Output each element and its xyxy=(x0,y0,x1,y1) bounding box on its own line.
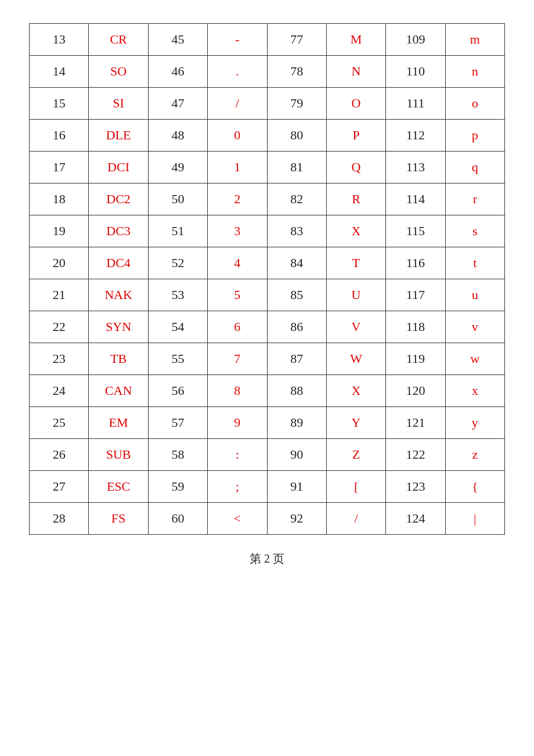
cell-9-2: 54 xyxy=(148,311,207,343)
table-row: 15SI47/79O111o xyxy=(30,88,505,120)
cell-3-5: P xyxy=(326,120,385,152)
cell-13-5: Z xyxy=(326,439,385,471)
cell-5-0: 18 xyxy=(30,183,89,215)
table-row: 25EM57989Y121y xyxy=(30,407,505,439)
table-row: 28FS60<92/124| xyxy=(30,503,505,535)
cell-7-7: t xyxy=(445,247,504,279)
cell-13-4: 90 xyxy=(267,439,326,471)
cell-2-2: 47 xyxy=(148,88,207,120)
cell-7-1: DC4 xyxy=(89,247,148,279)
cell-9-0: 22 xyxy=(30,311,89,343)
cell-11-4: 88 xyxy=(267,375,326,407)
cell-4-3: 1 xyxy=(208,152,267,183)
page-number: 第 2 页 xyxy=(250,552,284,565)
table-row: 22SYN54686V118v xyxy=(30,311,505,343)
cell-8-4: 85 xyxy=(267,279,326,311)
cell-12-2: 57 xyxy=(148,407,207,439)
cell-15-5: / xyxy=(326,503,385,535)
cell-10-1: TB xyxy=(89,343,148,375)
cell-4-0: 17 xyxy=(30,152,89,183)
cell-11-5: X xyxy=(326,375,385,407)
cell-1-4: 78 xyxy=(267,56,326,88)
cell-6-2: 51 xyxy=(148,215,207,247)
cell-3-3: 0 xyxy=(208,120,267,152)
cell-2-6: 111 xyxy=(386,88,445,120)
cell-7-6: 116 xyxy=(386,247,445,279)
cell-7-4: 84 xyxy=(267,247,326,279)
cell-9-3: 6 xyxy=(208,311,267,343)
cell-1-5: N xyxy=(326,56,385,88)
cell-3-0: 16 xyxy=(30,120,89,152)
cell-9-6: 118 xyxy=(386,311,445,343)
cell-5-4: 82 xyxy=(267,183,326,215)
cell-1-2: 46 xyxy=(148,56,207,88)
cell-14-7: { xyxy=(445,471,504,503)
cell-9-1: SYN xyxy=(89,311,148,343)
cell-10-5: W xyxy=(326,343,385,375)
cell-14-6: 123 xyxy=(386,471,445,503)
cell-2-3: / xyxy=(208,88,267,120)
cell-8-5: U xyxy=(326,279,385,311)
cell-5-2: 50 xyxy=(148,183,207,215)
table-row: 13CR45-77M109m xyxy=(30,24,505,56)
cell-10-3: 7 xyxy=(208,343,267,375)
cell-1-6: 110 xyxy=(386,56,445,88)
cell-0-1: CR xyxy=(89,24,148,56)
table-row: 27ESC59;91[123{ xyxy=(30,471,505,503)
cell-6-7: s xyxy=(445,215,504,247)
cell-13-6: 122 xyxy=(386,439,445,471)
table-row: 14SO46.78N110n xyxy=(30,56,505,88)
cell-4-7: q xyxy=(445,152,504,183)
cell-3-2: 48 xyxy=(148,120,207,152)
table-row: 18DC250282R114r xyxy=(30,183,505,215)
cell-6-4: 83 xyxy=(267,215,326,247)
cell-9-7: v xyxy=(445,311,504,343)
cell-15-3: < xyxy=(208,503,267,535)
cell-14-3: ; xyxy=(208,471,267,503)
cell-9-5: V xyxy=(326,311,385,343)
page-footer: 第 2 页 xyxy=(250,551,284,567)
cell-8-7: u xyxy=(445,279,504,311)
cell-0-0: 13 xyxy=(30,24,89,56)
cell-7-2: 52 xyxy=(148,247,207,279)
table-row: 21NAK53585U117u xyxy=(30,279,505,311)
cell-2-5: O xyxy=(326,88,385,120)
cell-6-5: X xyxy=(326,215,385,247)
cell-15-7: | xyxy=(445,503,504,535)
ascii-table: 13CR45-77M109m14SO46.78N110n15SI47/79O11… xyxy=(29,23,505,535)
table-row: 26SUB58:90Z122z xyxy=(30,439,505,471)
cell-7-5: T xyxy=(326,247,385,279)
cell-3-6: 112 xyxy=(386,120,445,152)
cell-13-0: 26 xyxy=(30,439,89,471)
main-table-wrapper: 13CR45-77M109m14SO46.78N110n15SI47/79O11… xyxy=(29,23,505,535)
cell-10-0: 23 xyxy=(30,343,89,375)
cell-4-1: DCI xyxy=(89,152,148,183)
cell-8-0: 21 xyxy=(30,279,89,311)
cell-4-2: 49 xyxy=(148,152,207,183)
cell-8-1: NAK xyxy=(89,279,148,311)
table-row: 23TB55787W119w xyxy=(30,343,505,375)
cell-5-5: R xyxy=(326,183,385,215)
cell-8-3: 5 xyxy=(208,279,267,311)
cell-1-0: 14 xyxy=(30,56,89,88)
cell-15-6: 124 xyxy=(386,503,445,535)
cell-10-2: 55 xyxy=(148,343,207,375)
cell-12-6: 121 xyxy=(386,407,445,439)
cell-11-7: x xyxy=(445,375,504,407)
cell-15-1: FS xyxy=(89,503,148,535)
cell-5-6: 114 xyxy=(386,183,445,215)
cell-13-3: : xyxy=(208,439,267,471)
cell-12-1: EM xyxy=(89,407,148,439)
cell-8-6: 117 xyxy=(386,279,445,311)
table-row: 17DCI49181Q113q xyxy=(30,152,505,183)
cell-5-1: DC2 xyxy=(89,183,148,215)
table-row: 20DC452484T116t xyxy=(30,247,505,279)
cell-12-4: 89 xyxy=(267,407,326,439)
cell-10-4: 87 xyxy=(267,343,326,375)
cell-0-5: M xyxy=(326,24,385,56)
cell-11-6: 120 xyxy=(386,375,445,407)
cell-1-3: . xyxy=(208,56,267,88)
cell-0-6: 109 xyxy=(386,24,445,56)
table-row: 19DC351383X115s xyxy=(30,215,505,247)
cell-0-2: 45 xyxy=(148,24,207,56)
